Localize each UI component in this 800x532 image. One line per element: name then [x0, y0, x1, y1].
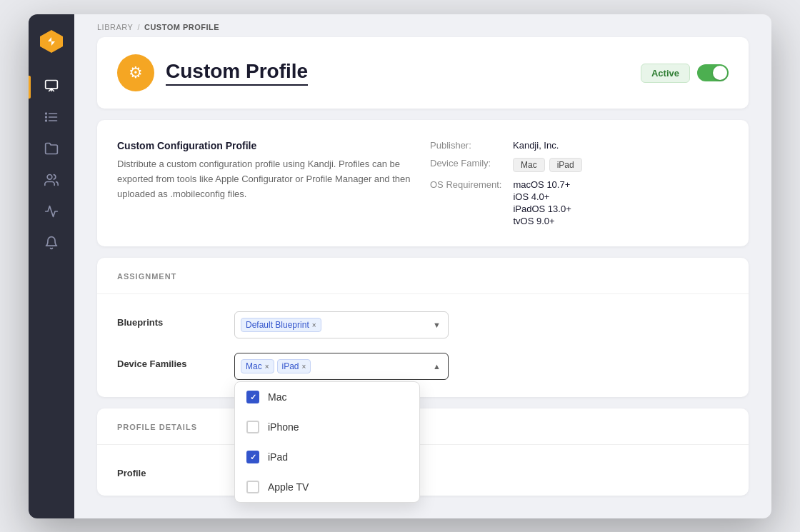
header-card: ⚙ Custom Profile Active: [97, 37, 749, 109]
active-toggle[interactable]: [697, 64, 729, 81]
device-family-row: Device Family: Mac iPad: [430, 158, 729, 172]
info-left: Custom Configuration Profile Distribute …: [117, 140, 416, 226]
blueprints-select[interactable]: Default Blueprint × ▼: [234, 311, 449, 338]
checkbox-ipad[interactable]: [246, 451, 259, 463]
device-tag-ipad-label: iPad: [282, 361, 299, 371]
sidebar: [29, 14, 74, 518]
publisher-value: Kandji, Inc.: [513, 140, 559, 151]
sidebar-item-notifications[interactable]: [29, 229, 74, 260]
os-requirement-label: OS Requirement:: [430, 179, 501, 190]
list-icon: [44, 110, 59, 128]
dropdown-item-appletv[interactable]: Apple TV: [235, 472, 419, 502]
svg-rect-1: [46, 80, 58, 89]
info-right: Publisher: Kandji, Inc. Device Family: M…: [430, 140, 729, 226]
sidebar-item-list[interactable]: [29, 103, 74, 134]
publisher-label: Publisher:: [430, 140, 501, 151]
app-logo[interactable]: [39, 29, 64, 54]
blueprints-label: Blueprints: [117, 311, 217, 328]
profile-icon-circle: ⚙: [117, 54, 154, 91]
users-icon: [44, 173, 59, 191]
os-ipados: iPadOS 13.0+: [513, 204, 571, 214]
assignment-section-body: Blueprints Default Blueprint × ▼: [97, 294, 749, 397]
dropdown-label-mac: Mac: [268, 391, 286, 403]
assignment-section-header: ASSIGNMENT: [97, 258, 749, 294]
os-ios: iOS 4.0+: [513, 191, 571, 202]
svg-point-7: [46, 116, 47, 118]
device-tag-ipad-selected: iPad ×: [277, 359, 311, 373]
profile-field-row: Profile: [117, 462, 729, 478]
gear-icon: ⚙: [129, 64, 143, 82]
device-tag-ipad: iPad: [549, 158, 582, 172]
assignment-section-title: ASSIGNMENT: [117, 272, 176, 281]
device-families-dropdown-arrow: ▲: [433, 362, 441, 371]
dropdown-label-appletv: Apple TV: [268, 481, 309, 493]
os-macos: macOS 10.7+: [513, 179, 571, 190]
os-tvos: tvOS 9.0+: [513, 216, 571, 226]
device-families-label: Device Families: [117, 353, 217, 369]
profile-details-section: PROFILE DETAILS Profile: [97, 408, 749, 496]
assignment-section: ASSIGNMENT Blueprints Default Blueprint …: [97, 258, 749, 397]
page-title: Custom Profile: [166, 60, 308, 86]
device-families-dropdown: Mac iPhone iPad: [234, 381, 420, 503]
profile-details-body: Profile: [97, 445, 749, 496]
blueprint-tag-label: Default Blueprint: [246, 320, 309, 330]
blueprints-row: Blueprints Default Blueprint × ▼: [117, 311, 729, 338]
svg-point-8: [46, 120, 47, 121]
device-tag-mac-label: Mac: [246, 361, 262, 371]
breadcrumb-current: Custom Profile: [144, 23, 219, 31]
profile-details-title: PROFILE DETAILS: [117, 423, 197, 431]
content-area: ⚙ Custom Profile Active Custom Configura…: [74, 37, 771, 518]
sidebar-item-monitor[interactable]: [29, 71, 74, 103]
sidebar-item-folder[interactable]: [29, 134, 74, 166]
blueprints-dropdown-arrow: ▼: [433, 321, 441, 329]
svg-point-6: [46, 113, 47, 114]
device-tag-mac-selected: Mac ×: [241, 359, 274, 373]
profile-details-header: PROFILE DETAILS: [97, 408, 749, 445]
os-list: macOS 10.7+ iOS 4.0+ iPadOS 13.0+ tvOS 9…: [513, 179, 571, 226]
header-left: ⚙ Custom Profile: [117, 54, 308, 91]
device-tag-mac: Mac: [513, 158, 545, 172]
dropdown-item-ipad[interactable]: iPad: [235, 442, 419, 472]
dropdown-item-mac[interactable]: Mac: [235, 382, 419, 412]
blueprint-tag-remove[interactable]: ×: [312, 321, 316, 329]
os-requirement-row: OS Requirement: macOS 10.7+ iOS 4.0+ iPa…: [430, 179, 729, 226]
checkbox-mac[interactable]: [246, 391, 259, 403]
blueprint-tag-default: Default Blueprint ×: [241, 318, 321, 332]
device-tag-mac-remove[interactable]: ×: [265, 363, 269, 371]
folder-icon: [44, 141, 59, 159]
breadcrumb-separator: /: [137, 23, 140, 31]
checkbox-iphone[interactable]: [246, 421, 259, 433]
status-badge: Active: [641, 64, 690, 83]
blueprints-control: Default Blueprint × ▼: [234, 311, 449, 338]
monitor-icon: [44, 79, 59, 96]
device-families-row: Device Families Mac × iPad ×: [117, 353, 729, 380]
info-grid: Custom Configuration Profile Distribute …: [117, 140, 729, 226]
header-right: Active: [641, 64, 729, 83]
bell-icon: [44, 236, 59, 254]
info-card: Custom Configuration Profile Distribute …: [97, 120, 749, 246]
svg-marker-0: [40, 30, 63, 53]
dropdown-label-iphone: iPhone: [268, 421, 299, 433]
chart-icon: [44, 204, 59, 222]
dropdown-label-ipad: iPad: [268, 451, 288, 463]
profile-field-label: Profile: [117, 462, 217, 478]
breadcrumb-library[interactable]: Library: [97, 23, 133, 31]
checkbox-appletv[interactable]: [246, 481, 259, 493]
breadcrumb: Library / Custom Profile: [74, 14, 771, 37]
publisher-row: Publisher: Kandji, Inc.: [430, 140, 729, 151]
sidebar-item-users[interactable]: [29, 166, 74, 197]
device-family-label: Device Family:: [430, 158, 501, 169]
device-tag-ipad-remove[interactable]: ×: [302, 363, 306, 371]
main-content: Library / Custom Profile ⚙ Custom Profil…: [74, 14, 771, 518]
info-description: Distribute a custom configuration profil…: [117, 157, 416, 201]
dropdown-item-iphone[interactable]: iPhone: [235, 412, 419, 442]
device-families-control: Mac × iPad × ▲: [234, 353, 449, 380]
info-title: Custom Configuration Profile: [117, 140, 416, 151]
sidebar-item-analytics[interactable]: [29, 197, 74, 229]
device-family-tags: Mac iPad: [513, 158, 582, 172]
svg-point-9: [47, 174, 52, 179]
device-families-select[interactable]: Mac × iPad × ▲: [234, 353, 449, 380]
